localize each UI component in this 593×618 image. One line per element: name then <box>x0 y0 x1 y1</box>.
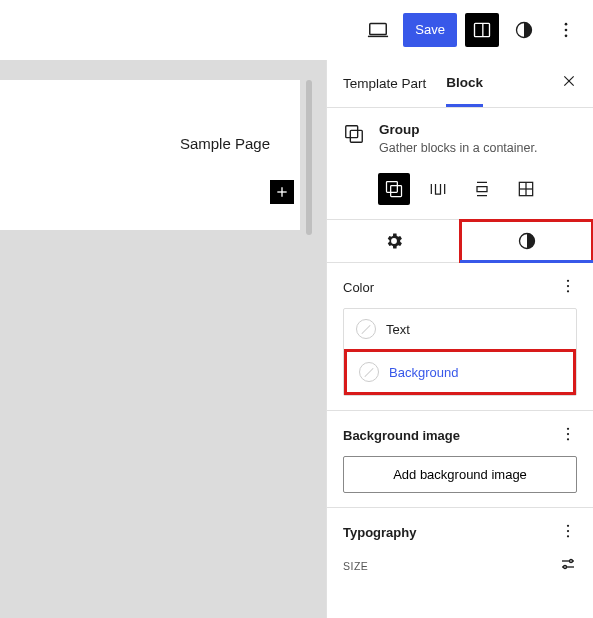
canvas-scrollbar[interactable] <box>306 80 312 235</box>
svg-point-6 <box>565 28 568 31</box>
svg-point-28 <box>567 535 569 537</box>
typography-panel-options[interactable] <box>559 522 577 543</box>
svg-point-32 <box>564 566 567 569</box>
svg-rect-2 <box>475 23 490 36</box>
svg-rect-15 <box>391 186 402 197</box>
svg-point-20 <box>567 280 569 282</box>
half-circle-icon <box>517 231 537 251</box>
size-settings-button[interactable] <box>559 555 577 576</box>
settings-sidebar: Template Part Block Group Gather blocks … <box>326 60 593 618</box>
variation-grid[interactable] <box>510 173 542 205</box>
editor-canvas[interactable]: Sample Page <box>0 60 326 618</box>
save-button[interactable]: Save <box>403 13 457 47</box>
svg-rect-12 <box>346 126 358 138</box>
color-background-label: Background <box>389 365 458 380</box>
add-block-button[interactable] <box>270 180 294 204</box>
variation-group[interactable] <box>378 173 410 205</box>
svg-point-25 <box>567 438 569 440</box>
block-description: Gather blocks in a container. <box>379 141 537 155</box>
variation-stack[interactable] <box>466 173 498 205</box>
page-title: Sample Page <box>180 135 270 152</box>
svg-point-21 <box>567 285 569 287</box>
color-text-label: Text <box>386 322 410 337</box>
panel-title-bg-image: Background image <box>343 428 460 443</box>
panel-title-color: Color <box>343 280 374 295</box>
color-background-button[interactable]: Background <box>347 352 573 392</box>
group-icon <box>343 123 365 145</box>
subtab-styles[interactable] <box>460 220 593 262</box>
color-panel-options[interactable] <box>559 277 577 298</box>
variation-row[interactable] <box>422 173 454 205</box>
typography-size-label: SIZE <box>343 560 368 572</box>
device-preview-button[interactable] <box>361 13 395 47</box>
svg-point-30 <box>570 560 573 563</box>
background-color-swatch <box>359 362 379 382</box>
close-sidebar-button[interactable] <box>561 73 577 94</box>
svg-rect-13 <box>350 130 362 142</box>
add-background-image-button[interactable]: Add background image <box>343 456 577 493</box>
svg-rect-14 <box>387 182 398 193</box>
page-block[interactable]: Sample Page <box>0 80 300 230</box>
block-name: Group <box>379 122 537 137</box>
tab-template-part[interactable]: Template Part <box>343 62 426 105</box>
svg-point-22 <box>567 290 569 292</box>
svg-point-27 <box>567 530 569 532</box>
svg-point-7 <box>565 34 568 37</box>
styles-button[interactable] <box>507 13 541 47</box>
bg-image-panel-options[interactable] <box>559 425 577 446</box>
sidebar-toggle-button[interactable] <box>465 13 499 47</box>
svg-rect-0 <box>370 23 387 34</box>
text-color-swatch <box>356 319 376 339</box>
color-text-button[interactable]: Text <box>344 309 576 350</box>
panel-title-typography: Typography <box>343 525 416 540</box>
gear-icon <box>384 231 404 251</box>
svg-point-5 <box>565 22 568 25</box>
subtab-settings[interactable] <box>327 220 460 262</box>
options-menu-button[interactable] <box>549 13 583 47</box>
svg-point-23 <box>567 428 569 430</box>
tab-block[interactable]: Block <box>446 61 483 107</box>
svg-point-24 <box>567 433 569 435</box>
svg-point-26 <box>567 525 569 527</box>
